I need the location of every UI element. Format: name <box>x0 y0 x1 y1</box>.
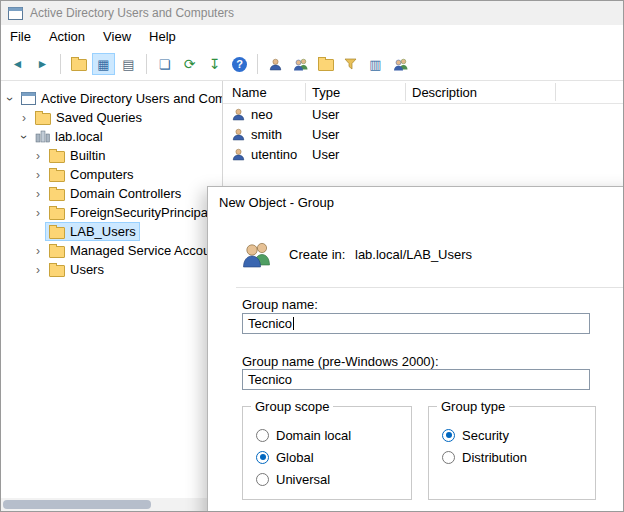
group-name-input[interactable]: Tecnico <box>242 313 590 334</box>
group-type-title: Group type <box>437 399 509 414</box>
horizontal-scrollbar[interactable] <box>1 498 221 511</box>
console-tree-icon[interactable]: ▦ <box>92 53 115 75</box>
radio-label: Universal <box>276 472 330 487</box>
radio-option-security[interactable]: Security <box>442 427 509 443</box>
dialog-title: New Object - Group <box>219 195 334 210</box>
folder-icon <box>49 227 65 239</box>
tree-item-content: Domain Controllers <box>45 184 185 203</box>
domain-icon <box>35 130 50 143</box>
text-caret <box>293 317 294 330</box>
new-group-icon[interactable] <box>289 53 312 75</box>
folder-icon <box>49 265 65 277</box>
radio-icon[interactable] <box>256 473 269 486</box>
menu-action[interactable]: Action <box>40 25 94 48</box>
radio-option-domain-local[interactable]: Domain local <box>256 427 351 443</box>
chevron-right-icon[interactable]: › <box>17 112 31 124</box>
column-header-name[interactable]: Name <box>232 81 267 103</box>
new-ou-icon[interactable] <box>314 53 337 75</box>
folder-icon <box>49 246 65 258</box>
folder-icon <box>318 59 334 71</box>
group-name-pre2000-value: Tecnico <box>248 372 292 387</box>
back-icon[interactable]: ◄ <box>6 53 29 75</box>
tree-item-label: lab.local <box>55 129 103 144</box>
column-divider[interactable] <box>555 83 556 101</box>
column-divider[interactable] <box>305 83 306 101</box>
help-icon[interactable]: ? <box>228 53 251 75</box>
filter-icon[interactable] <box>339 53 362 75</box>
new-user-icon[interactable] <box>264 53 287 75</box>
radio-label: Domain local <box>276 428 351 443</box>
group-scope-box: Group scope Domain local Global Universa… <box>242 406 412 500</box>
new-window-icon[interactable]: ❏ <box>153 53 176 75</box>
tree-item-label: LAB_Users <box>70 224 136 239</box>
tree-item-lab-users[interactable]: LAB_Users <box>1 222 222 241</box>
column-header-description[interactable]: Description <box>412 81 477 103</box>
folder-icon <box>49 170 65 182</box>
menu-file[interactable]: File <box>1 25 40 48</box>
tree-item-label: Domain Controllers <box>70 186 181 201</box>
folder-icon <box>49 208 65 220</box>
tree-item-foreign-security-principals[interactable]: › ForeignSecurityPrincipals <box>1 203 222 222</box>
open-folder-icon[interactable] <box>67 53 90 75</box>
tree-item-lab-local[interactable]: › lab.local <box>1 127 222 146</box>
chevron-right-icon[interactable]: › <box>31 207 45 219</box>
export-list-icon[interactable]: ↧ <box>203 53 226 75</box>
advanced-view-icon[interactable]: ▥ <box>364 53 387 75</box>
tree-item-domain-controllers[interactable]: › Domain Controllers <box>1 184 222 203</box>
list-row-smith[interactable]: smith User <box>223 124 623 144</box>
menu-bar: File Action View Help <box>1 25 623 48</box>
chevron-down-icon[interactable]: › <box>4 92 16 106</box>
group-name-pre2000-input[interactable]: Tecnico <box>242 369 590 390</box>
tree-item-content: Saved Queries <box>31 108 146 127</box>
group-icon <box>393 58 409 71</box>
cell-name: neo <box>251 107 273 122</box>
dialog-divider <box>236 287 624 288</box>
cell-type: User <box>312 107 339 122</box>
radio-icon[interactable] <box>256 429 269 442</box>
chevron-right-icon[interactable]: › <box>31 150 45 162</box>
scrollbar-thumb[interactable] <box>3 500 151 509</box>
radio-option-distribution[interactable]: Distribution <box>442 449 527 465</box>
radio-option-universal[interactable]: Universal <box>256 471 330 487</box>
window-titlebar[interactable]: Active Directory Users and Computers <box>1 1 623 25</box>
tree-item-label: Managed Service Accounts <box>70 243 223 258</box>
menu-view[interactable]: View <box>94 25 140 48</box>
cell-name: utentino <box>251 147 297 162</box>
menu-help[interactable]: Help <box>140 25 185 48</box>
members-icon[interactable] <box>389 53 412 75</box>
user-icon <box>232 108 245 121</box>
list-row-utentino[interactable]: utentino User <box>223 144 623 164</box>
toolbar-separator <box>60 54 61 74</box>
console-icon <box>21 92 36 105</box>
column-header-type[interactable]: Type <box>312 81 340 103</box>
chevron-right-icon[interactable]: › <box>31 188 45 200</box>
dialog-titlebar[interactable]: New Object - Group <box>208 187 624 217</box>
tree-item-users[interactable]: › Users <box>1 260 222 279</box>
radio-option-global[interactable]: Global <box>256 449 314 465</box>
user-icon <box>232 148 245 161</box>
list-row-neo[interactable]: neo User <box>223 104 623 124</box>
tree-item-content: Active Directory Users and Computers <box>17 89 223 108</box>
create-in-row: Create in: lab.local/LAB_Users <box>242 241 472 268</box>
tree-item-label: Users <box>70 262 104 277</box>
tree-item-managed-service-accounts[interactable]: › Managed Service Accounts <box>1 241 222 260</box>
refresh-icon[interactable]: ⟳ <box>178 53 201 75</box>
properties-icon[interactable]: ▤ <box>117 53 140 75</box>
console-tree-pane: › Active Directory Users and Computers ›… <box>1 81 223 511</box>
tree-item-saved-queries[interactable]: › Saved Queries <box>1 108 222 127</box>
chevron-right-icon[interactable]: › <box>31 264 45 276</box>
tree-item-computers[interactable]: › Computers <box>1 165 222 184</box>
chevron-down-icon[interactable]: › <box>18 130 30 144</box>
radio-icon[interactable] <box>442 451 455 464</box>
tree-item-label: Computers <box>70 167 134 182</box>
radio-icon[interactable] <box>442 429 455 442</box>
cell-name: smith <box>251 127 282 142</box>
tree-item-builtin[interactable]: › Builtin <box>1 146 222 165</box>
radio-icon[interactable] <box>256 451 269 464</box>
user-icon <box>269 58 282 71</box>
column-divider[interactable] <box>405 83 406 101</box>
chevron-right-icon[interactable]: › <box>31 169 45 181</box>
forward-icon[interactable]: ► <box>31 53 54 75</box>
tree-item-root[interactable]: › Active Directory Users and Computers <box>1 89 222 108</box>
chevron-right-icon[interactable]: › <box>31 245 45 257</box>
